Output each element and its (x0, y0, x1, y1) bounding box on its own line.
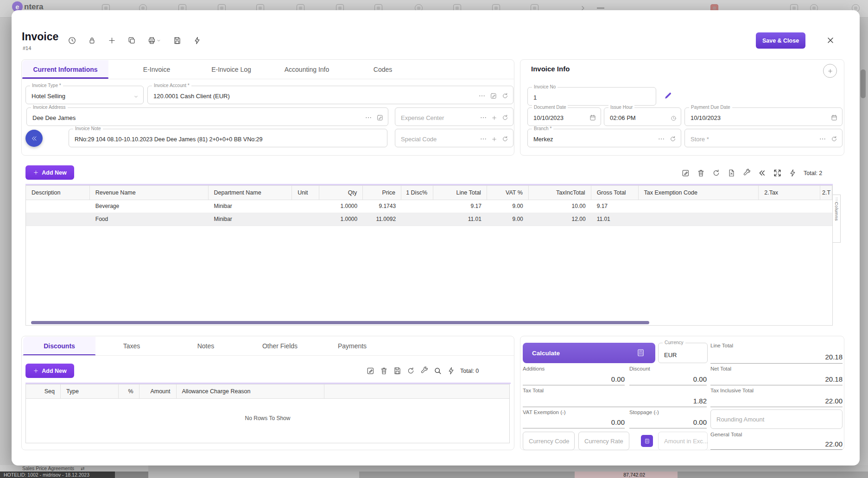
tab-e-invoice[interactable]: E-Invoice (133, 60, 180, 78)
delete-icon[interactable] (697, 169, 705, 177)
edit-icon[interactable] (490, 92, 497, 100)
column-header[interactable]: 2.T (820, 186, 832, 200)
page-scrollbar[interactable] (861, 69, 866, 98)
tab-taxes[interactable]: Taxes (113, 337, 150, 355)
edit-invoice-no-icon[interactable] (664, 91, 672, 100)
refresh-icon[interactable] (830, 135, 838, 143)
payment-due-date-field[interactable]: Payment Due Date 10/10/2023 (684, 107, 843, 126)
invoice-address-field[interactable]: Invoice Address Dee Dee James (26, 107, 388, 126)
column-header[interactable]: VAT % (487, 186, 529, 200)
fullscreen-icon[interactable] (773, 169, 782, 177)
document-date-field[interactable]: Document Date 10/10/2023 (527, 107, 601, 126)
column-header[interactable]: Revenue Name (90, 186, 209, 200)
tab-other-fields[interactable]: Other Fields (252, 337, 308, 355)
column-header[interactable]: Price (363, 186, 401, 200)
column-header[interactable]: Gross Total (591, 186, 639, 200)
more-options-icon[interactable] (365, 114, 372, 121)
add-line-button[interactable]: Add New (25, 165, 74, 180)
invoice-no-field[interactable]: Invoice No 1 (527, 87, 656, 106)
table-row[interactable]: Food Minibar 1.0000 11.0092 11.01 9.00 1… (26, 213, 832, 226)
column-header[interactable]: Description (26, 186, 90, 200)
column-header[interactable]: Unit (292, 186, 319, 200)
column-header[interactable]: 1 Disc% (401, 186, 433, 200)
add-discount-button[interactable]: Add New (25, 364, 74, 378)
tab-current-informations[interactable]: Current Informations (22, 60, 108, 78)
currency-rate-input[interactable]: Currency Rate (578, 432, 629, 450)
more-options-icon[interactable] (819, 135, 826, 143)
refresh-icon[interactable] (501, 135, 509, 143)
column-header[interactable]: Qty (319, 186, 363, 200)
history-icon[interactable] (68, 36, 76, 45)
horizontal-scrollbar-thumb[interactable] (31, 321, 649, 324)
rounding-amount-input[interactable]: Rounding Amount (710, 409, 843, 429)
refresh-icon[interactable] (669, 135, 677, 143)
refresh-icon[interactable] (712, 169, 721, 177)
calendar-icon[interactable] (830, 114, 838, 121)
collapse-left-icon[interactable] (758, 169, 767, 177)
column-header[interactable]: 2.Tax (759, 186, 820, 200)
expense-center-field[interactable]: Expense Center (395, 107, 513, 126)
save-close-button[interactable]: Save & Close (756, 32, 805, 49)
store-field[interactable]: Store * (684, 129, 843, 147)
issue-hour-field[interactable]: Issue Hour 02:06 PM (604, 107, 681, 126)
collapse-panel-button[interactable] (25, 130, 43, 147)
refresh-icon[interactable] (406, 366, 415, 375)
column-header[interactable]: % (119, 384, 139, 398)
currency-field[interactable]: Currency EUR (658, 343, 708, 363)
more-options-icon[interactable] (480, 135, 487, 143)
column-header[interactable]: Line Total (433, 186, 487, 200)
more-options-icon[interactable] (480, 114, 487, 121)
clock-icon[interactable] (671, 115, 677, 121)
save-icon[interactable] (173, 36, 182, 45)
print-icon[interactable] (147, 36, 161, 45)
column-header[interactable]: Tax Exemption Code (639, 186, 759, 200)
tab-codes[interactable]: Codes (360, 60, 406, 78)
invoice-type-select[interactable]: Invoice Type * Hotel Selling (25, 86, 144, 104)
more-options-icon[interactable] (478, 92, 486, 100)
edit-icon[interactable] (366, 366, 375, 375)
column-header[interactable]: Allowance Charge Reason (177, 384, 324, 398)
quick-actions-icon[interactable] (788, 169, 797, 177)
add-icon[interactable] (491, 115, 497, 121)
calendar-icon[interactable] (589, 114, 596, 121)
tab-payments[interactable]: Payments (329, 337, 375, 355)
column-header[interactable]: Type (61, 384, 119, 398)
tab-discounts[interactable]: Discounts (23, 337, 95, 355)
settings-wrench-icon[interactable] (742, 169, 751, 177)
exchange-calc-button[interactable] (641, 435, 653, 447)
chevron-down-icon[interactable] (133, 94, 139, 100)
edit-icon[interactable] (681, 169, 690, 177)
column-header[interactable]: Seq (26, 384, 61, 398)
tab-accounting-info[interactable]: Accounting Info (274, 60, 339, 78)
column-header[interactable]: Department Name (209, 186, 292, 200)
table-row[interactable]: Beverage Minibar 1.0000 9.1743 9.17 9.00… (26, 200, 832, 213)
add-icon[interactable] (491, 136, 497, 142)
tab-e-invoice-log[interactable]: E-Invoice Log (201, 60, 261, 78)
quick-actions-icon[interactable] (447, 366, 456, 375)
plus-icon[interactable] (108, 36, 116, 45)
quick-actions-icon[interactable] (193, 36, 202, 45)
calculate-button[interactable]: Calculate (523, 343, 655, 363)
delete-icon[interactable] (380, 366, 388, 375)
column-header[interactable]: Amount (139, 384, 177, 398)
edit-icon[interactable] (376, 114, 384, 121)
more-options-icon[interactable] (658, 135, 665, 143)
branch-field[interactable]: Branch * Merkez (527, 129, 681, 147)
amount-in-exchange-input[interactable]: Amount in Exc... (658, 432, 708, 450)
special-code-field[interactable]: Special Code (395, 129, 513, 147)
currency-code-input[interactable]: Currency Code (523, 432, 575, 450)
search-icon[interactable] (433, 366, 442, 375)
save-icon[interactable] (393, 366, 402, 375)
settings-wrench-icon[interactable] (420, 366, 429, 375)
close-icon[interactable] (826, 36, 835, 45)
add-info-button[interactable] (823, 64, 837, 78)
invoice-note-field[interactable]: Invoice Note RNo:29 104 08.10-10.10.2023… (69, 129, 387, 147)
invoice-account-field[interactable]: Invoice Account * 120.0001 Cash Client (… (147, 86, 513, 104)
tab-notes[interactable]: Notes (187, 337, 224, 355)
refresh-icon[interactable] (501, 114, 509, 121)
export-excel-icon[interactable] (727, 169, 736, 177)
columns-panel-tab[interactable]: Columns (833, 195, 841, 243)
refresh-icon[interactable] (501, 92, 509, 100)
copy-icon[interactable] (127, 36, 136, 45)
lock-icon[interactable] (88, 36, 96, 45)
